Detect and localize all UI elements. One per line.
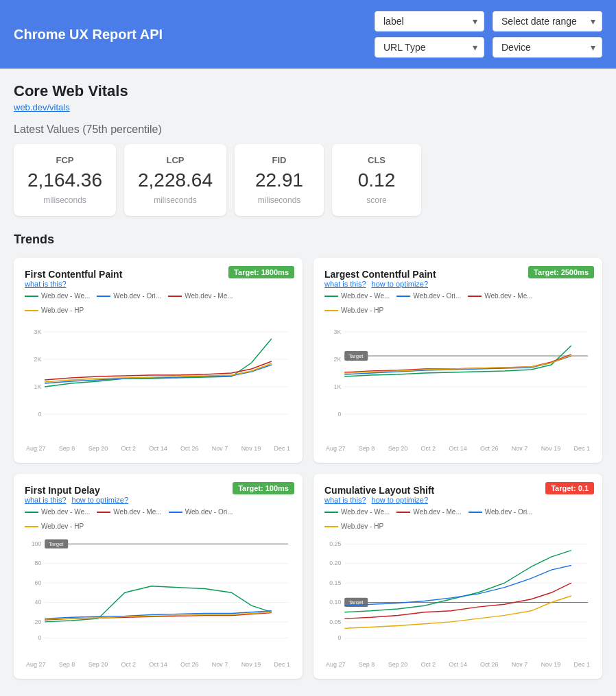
header: Chrome UX Report API label Select date r… bbox=[0, 0, 616, 69]
lcp-unit: miliseconds bbox=[138, 195, 213, 205]
device-dropdown[interactable]: Device bbox=[493, 37, 602, 58]
trends-title: Trends bbox=[14, 232, 602, 247]
fid-value: 22.91 bbox=[248, 171, 310, 190]
main-content: Core Web Vitals web.dev/vitals Latest Va… bbox=[0, 69, 616, 693]
lcp-legend: Web.dev - We... Web.dev - Ori... Web.dev… bbox=[324, 292, 591, 314]
cls-unit: score bbox=[346, 195, 407, 205]
svg-text:80: 80 bbox=[35, 560, 42, 567]
date-range-dropdown-wrapper: Select date range bbox=[493, 11, 602, 32]
fcp-what-is-this-link[interactable]: what is this? bbox=[25, 280, 67, 288]
label-dropdown-wrapper: label bbox=[375, 11, 484, 32]
lcp-target-badge: Target: 2500ms bbox=[528, 266, 594, 278]
fcp-value: 2,164.36 bbox=[27, 171, 102, 190]
latest-values-heading: Latest Values (75th percentile) bbox=[14, 123, 602, 136]
fcp-target-badge: Target: 1800ms bbox=[228, 266, 294, 278]
fid-legend-2: Web.dev - Me... bbox=[97, 508, 161, 516]
date-range-dropdown[interactable]: Select date range bbox=[493, 11, 602, 32]
charts-grid: Target: 1800ms First Contentful Paint wh… bbox=[14, 258, 602, 679]
fid-unit: miliseconds bbox=[248, 195, 310, 205]
cwv-title: Core Web Vitals bbox=[14, 82, 602, 100]
url-type-dropdown-wrapper: URL Type bbox=[375, 37, 484, 58]
svg-text:0: 0 bbox=[38, 411, 41, 418]
fcp-legend-4: Web.dev - HP bbox=[25, 307, 84, 314]
lcp-what-is-this-link[interactable]: what is this? bbox=[324, 280, 366, 288]
svg-text:0.20: 0.20 bbox=[329, 560, 341, 567]
svg-text:0.15: 0.15 bbox=[329, 579, 341, 586]
fid-how-to-optimize-link[interactable]: how to optimize? bbox=[72, 496, 129, 504]
svg-text:Target: Target bbox=[348, 353, 364, 359]
header-dropdowns: label Select date range URL Type Device bbox=[375, 11, 602, 58]
cls-legend-4: Web.dev - HP bbox=[324, 523, 383, 530]
lcp-card: LCP 2,228.64 miliseconds bbox=[124, 144, 226, 216]
cls-legend-3: Web.dev - Ori... bbox=[469, 508, 533, 516]
lcp-label: LCP bbox=[138, 155, 213, 165]
fcp-legend: Web.dev - We... Web.dev - Ori... Web.dev… bbox=[25, 292, 292, 314]
cls-label: CLS bbox=[346, 155, 407, 165]
fcp-chart-svg: 3K 2K 1K 0 bbox=[25, 318, 292, 442]
lcp-legend-2: Web.dev - Ori... bbox=[396, 292, 461, 300]
fid-card: FID 22.91 miliseconds bbox=[235, 144, 324, 216]
fid-chart-svg: 100 80 60 40 20 0 Target bbox=[25, 534, 292, 658]
fid-legend-4: Web.dev - HP bbox=[25, 523, 84, 530]
cls-card: CLS 0.12 score bbox=[332, 144, 421, 216]
fcp-label: FCP bbox=[27, 155, 102, 165]
cls-legend: Web.dev - We... Web.dev - Me... Web.dev … bbox=[324, 508, 591, 530]
svg-text:2K: 2K bbox=[334, 356, 342, 363]
fcp-legend-3: Web.dev - Me... bbox=[168, 292, 233, 300]
fid-legend-3: Web.dev - Ori... bbox=[169, 508, 233, 516]
fid-legend: Web.dev - We... Web.dev - Me... Web.dev … bbox=[25, 508, 292, 530]
cls-legend-1: Web.dev - We... bbox=[324, 508, 390, 516]
svg-text:100: 100 bbox=[32, 540, 42, 547]
cls-target-badge: Target: 0.1 bbox=[545, 482, 594, 494]
svg-text:1K: 1K bbox=[34, 383, 42, 390]
svg-text:3K: 3K bbox=[34, 328, 42, 335]
fcp-legend-2: Web.dev - Ori... bbox=[97, 292, 161, 300]
lcp-how-to-optimize-link[interactable]: how to optimize? bbox=[372, 280, 429, 288]
svg-text:0: 0 bbox=[337, 635, 341, 642]
fid-chart-card: Target: 100ms First Input Delay what is … bbox=[14, 474, 303, 679]
svg-text:3K: 3K bbox=[334, 328, 342, 335]
svg-text:1K: 1K bbox=[334, 383, 342, 390]
metric-cards-container: FCP 2,164.36 miliseconds LCP 2,228.64 mi… bbox=[14, 144, 602, 216]
svg-text:20: 20 bbox=[35, 619, 42, 625]
cls-how-to-optimize-link[interactable]: how to optimize? bbox=[372, 496, 429, 504]
cls-value: 0.12 bbox=[346, 171, 407, 190]
lcp-chart-svg: 3K 2K 1K 0 Target bbox=[324, 318, 591, 442]
cwv-link[interactable]: web.dev/vitals bbox=[14, 102, 70, 112]
fid-what-is-this-link[interactable]: what is this? bbox=[25, 496, 67, 504]
fid-target-badge: Target: 100ms bbox=[233, 482, 294, 494]
lcp-chart-links: what is this? how to optimize? bbox=[324, 280, 591, 288]
fcp-x-labels: Aug 27Sep 8Sep 20Oct 2Oct 14Oct 26Nov 7N… bbox=[25, 445, 292, 452]
lcp-legend-1: Web.dev - We... bbox=[324, 292, 390, 300]
fcp-card: FCP 2,164.36 miliseconds bbox=[14, 144, 116, 216]
svg-text:60: 60 bbox=[35, 579, 42, 586]
cls-what-is-this-link[interactable]: what is this? bbox=[324, 496, 366, 504]
lcp-chart-card: Target: 2500ms Largest Contentful Paint … bbox=[313, 258, 602, 463]
svg-text:40: 40 bbox=[35, 599, 42, 605]
svg-text:0.05: 0.05 bbox=[329, 619, 341, 625]
fid-label: FID bbox=[248, 155, 310, 165]
cls-chart-svg: 0.25 0.20 0.15 0.10 0.05 0 Target bbox=[324, 534, 591, 658]
fid-x-labels: Aug 27Sep 8Sep 20Oct 2Oct 14Oct 26Nov 7N… bbox=[25, 661, 292, 668]
cls-x-labels: Aug 27Sep 8Sep 20Oct 2Oct 14Oct 26Nov 7N… bbox=[324, 661, 591, 668]
app-title: Chrome UX Report API bbox=[14, 27, 364, 43]
url-type-dropdown[interactable]: URL Type bbox=[375, 37, 484, 58]
fcp-unit: miliseconds bbox=[27, 195, 102, 205]
cwv-section: Core Web Vitals web.dev/vitals bbox=[14, 82, 602, 112]
svg-text:0: 0 bbox=[38, 635, 41, 642]
lcp-x-labels: Aug 27Sep 8Sep 20Oct 2Oct 14Oct 26Nov 7N… bbox=[324, 445, 591, 452]
fid-legend-1: Web.dev - We... bbox=[25, 508, 90, 516]
svg-text:0: 0 bbox=[337, 411, 341, 418]
lcp-legend-3: Web.dev - Me... bbox=[468, 292, 532, 300]
svg-text:Target: Target bbox=[49, 541, 64, 547]
fcp-legend-1: Web.dev - We... bbox=[25, 292, 90, 300]
label-dropdown[interactable]: label bbox=[375, 11, 484, 32]
svg-text:0.25: 0.25 bbox=[329, 540, 341, 547]
cls-legend-2: Web.dev - Me... bbox=[396, 508, 461, 516]
lcp-legend-4: Web.dev - HP bbox=[324, 307, 383, 314]
lcp-value: 2,228.64 bbox=[138, 171, 213, 190]
device-dropdown-wrapper: Device bbox=[493, 37, 602, 58]
svg-text:2K: 2K bbox=[34, 356, 42, 363]
cls-chart-card: Target: 0.1 Cumulative Layout Shift what… bbox=[313, 474, 602, 679]
fid-chart-links: what is this? how to optimize? bbox=[25, 496, 292, 504]
